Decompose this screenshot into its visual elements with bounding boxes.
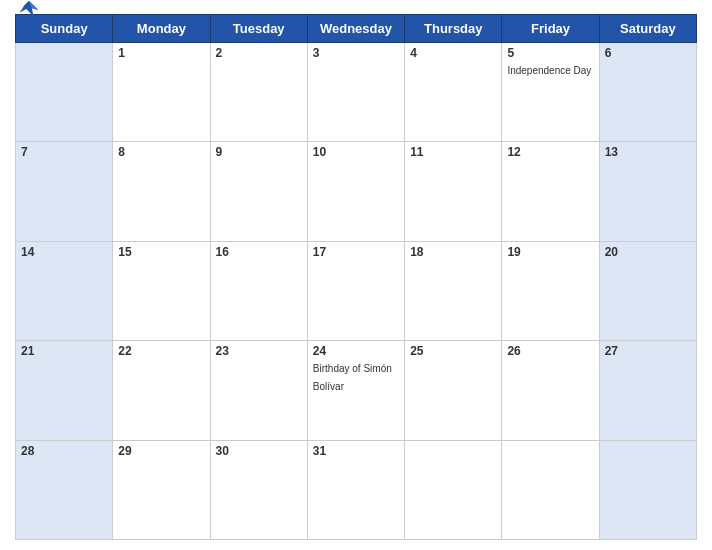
- day-number: 23: [216, 344, 302, 358]
- calendar-cell: 24Birthday of Simón Bolívar: [307, 341, 404, 440]
- calendar-cell: 2: [210, 43, 307, 142]
- calendar-cell: 14: [16, 241, 113, 340]
- day-header-tuesday: Tuesday: [210, 15, 307, 43]
- calendar-cell: 17: [307, 241, 404, 340]
- day-number: 26: [507, 344, 593, 358]
- day-number: 6: [605, 46, 691, 60]
- day-number: 11: [410, 145, 496, 159]
- day-number: 25: [410, 344, 496, 358]
- logo: [15, 0, 46, 24]
- day-header-monday: Monday: [113, 15, 210, 43]
- day-number: 8: [118, 145, 204, 159]
- calendar-cell: 9: [210, 142, 307, 241]
- day-number: 31: [313, 444, 399, 458]
- day-number: 16: [216, 245, 302, 259]
- calendar-cell: 4: [405, 43, 502, 142]
- day-number: 28: [21, 444, 107, 458]
- calendar-week-1: 12345Independence Day6: [16, 43, 697, 142]
- calendar-cell: 23: [210, 341, 307, 440]
- calendar-cell: 12: [502, 142, 599, 241]
- day-number: 22: [118, 344, 204, 358]
- calendar-cell: 3: [307, 43, 404, 142]
- holiday-label: Independence Day: [507, 65, 591, 76]
- calendar-cell: 26: [502, 341, 599, 440]
- calendar-week-2: 78910111213: [16, 142, 697, 241]
- calendar-cell: 20: [599, 241, 696, 340]
- day-number: 21: [21, 344, 107, 358]
- day-header-thursday: Thursday: [405, 15, 502, 43]
- day-number: 14: [21, 245, 107, 259]
- calendar-cell: 22: [113, 341, 210, 440]
- day-number: 19: [507, 245, 593, 259]
- calendar-cell: 19: [502, 241, 599, 340]
- day-number: 18: [410, 245, 496, 259]
- calendar-cell: [405, 440, 502, 539]
- calendar-cell: 1: [113, 43, 210, 142]
- day-header-friday: Friday: [502, 15, 599, 43]
- calendar-cell: 25: [405, 341, 502, 440]
- day-number: 30: [216, 444, 302, 458]
- calendar-cell: 5Independence Day: [502, 43, 599, 142]
- day-number: 10: [313, 145, 399, 159]
- calendar-cell: 28: [16, 440, 113, 539]
- calendar-table: SundayMondayTuesdayWednesdayThursdayFrid…: [15, 14, 697, 540]
- day-number: 24: [313, 344, 399, 358]
- calendar-cell: 10: [307, 142, 404, 241]
- calendar-cell: 27: [599, 341, 696, 440]
- day-number: 20: [605, 245, 691, 259]
- calendar-week-3: 14151617181920: [16, 241, 697, 340]
- calendar-cell: 6: [599, 43, 696, 142]
- day-number: 27: [605, 344, 691, 358]
- calendar-body: 12345Independence Day6789101112131415161…: [16, 43, 697, 540]
- day-number: 15: [118, 245, 204, 259]
- day-number: 12: [507, 145, 593, 159]
- calendar-cell: [16, 43, 113, 142]
- logo-bird-icon: [15, 0, 43, 24]
- day-number: 13: [605, 145, 691, 159]
- day-number: 5: [507, 46, 593, 60]
- holiday-label: Birthday of Simón Bolívar: [313, 363, 392, 392]
- day-number: 4: [410, 46, 496, 60]
- day-header-saturday: Saturday: [599, 15, 696, 43]
- calendar-cell: 30: [210, 440, 307, 539]
- calendar-cell: 8: [113, 142, 210, 241]
- calendar-cell: 29: [113, 440, 210, 539]
- calendar-cell: 31: [307, 440, 404, 539]
- calendar-cell: [599, 440, 696, 539]
- calendar-cell: 21: [16, 341, 113, 440]
- day-number: 1: [118, 46, 204, 60]
- calendar-cell: [502, 440, 599, 539]
- calendar-week-5: 28293031: [16, 440, 697, 539]
- calendar-cell: 13: [599, 142, 696, 241]
- calendar-cell: 11: [405, 142, 502, 241]
- days-header-row: SundayMondayTuesdayWednesdayThursdayFrid…: [16, 15, 697, 43]
- calendar-cell: 18: [405, 241, 502, 340]
- calendar-week-4: 21222324Birthday of Simón Bolívar252627: [16, 341, 697, 440]
- day-header-wednesday: Wednesday: [307, 15, 404, 43]
- day-number: 17: [313, 245, 399, 259]
- calendar-cell: 16: [210, 241, 307, 340]
- day-number: 3: [313, 46, 399, 60]
- day-number: 7: [21, 145, 107, 159]
- day-number: 2: [216, 46, 302, 60]
- calendar-cell: 7: [16, 142, 113, 241]
- calendar-cell: 15: [113, 241, 210, 340]
- day-number: 29: [118, 444, 204, 458]
- day-number: 9: [216, 145, 302, 159]
